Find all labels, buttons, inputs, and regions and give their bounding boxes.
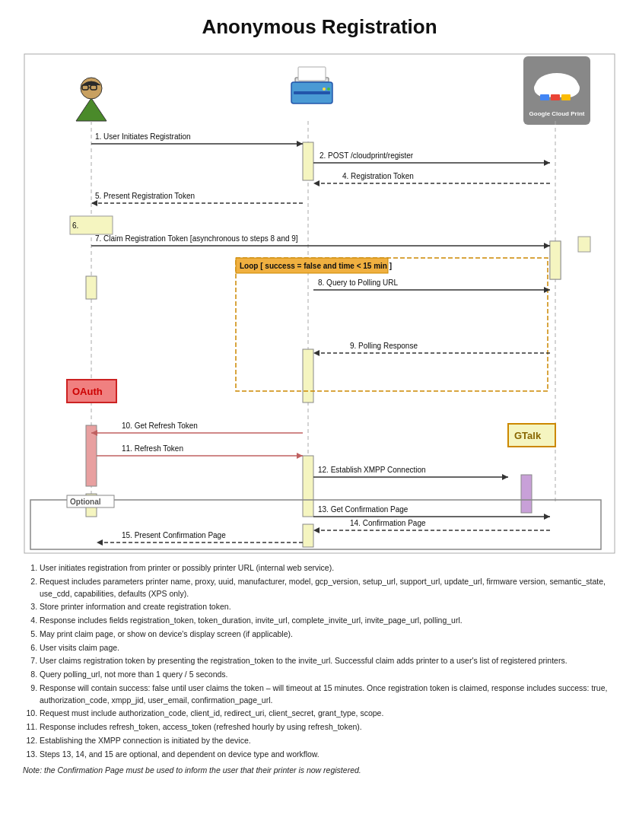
label-4: 4. Registration Token <box>342 172 414 180</box>
activation-user-1 <box>86 276 97 299</box>
svg-marker-26 <box>544 243 550 249</box>
page-title: Anonymous Registration <box>23 15 616 39</box>
footnote-5: May print claim page, or show on device'… <box>40 628 616 641</box>
label-15: 15. Present Confirmation Page <box>122 531 226 539</box>
footnote-2: Request includes parameters printer name… <box>40 576 616 600</box>
activation-printer-loop <box>303 349 313 402</box>
svg-marker-25 <box>91 200 97 206</box>
sequence-diagram: Google Cloud Print 1. User Initiates Reg… <box>23 52 616 555</box>
activation-printer-1 <box>303 142 313 180</box>
svg-text:Google Cloud Print: Google Cloud Print <box>529 110 585 117</box>
svg-rect-23 <box>578 237 590 252</box>
svg-point-9 <box>323 88 326 91</box>
svg-marker-34 <box>97 539 103 546</box>
page: Anonymous Registration <box>0 0 639 792</box>
svg-marker-31 <box>502 474 508 480</box>
svg-marker-27 <box>544 287 550 293</box>
footnote-3: Store printer information and create reg… <box>40 601 616 613</box>
footnote-13: Steps 13, 14, and 15 are optional, and d… <box>40 749 616 761</box>
label-1: 1. User Initiates Registration <box>95 132 191 141</box>
svg-point-10 <box>327 88 330 91</box>
footnote-12: Establishing the XMPP connection is init… <box>40 735 616 747</box>
svg-marker-0 <box>76 98 106 121</box>
svg-rect-7 <box>298 67 326 81</box>
label-9: 9. Polling Response <box>350 342 418 350</box>
optional-box <box>30 500 601 549</box>
svg-marker-21 <box>544 160 550 166</box>
optional-label: Optional <box>70 498 101 506</box>
footnote-8: Query polling_url, not more than 1 query… <box>40 669 616 681</box>
svg-marker-20 <box>297 141 303 147</box>
svg-marker-30 <box>297 453 303 459</box>
label-10: 10. Get Refresh Token <box>122 422 198 430</box>
actor-gcp: Google Cloud Print <box>523 56 590 125</box>
svg-marker-33 <box>313 527 320 533</box>
label-11: 11. Refresh Token <box>122 444 183 453</box>
footnote-11: Response includes refresh_token, access_… <box>40 721 616 733</box>
label-12: 12. Establish XMPP Connection <box>318 466 426 474</box>
svg-point-1 <box>81 78 102 99</box>
svg-rect-17 <box>561 94 571 100</box>
label-2: 2. POST /cloudprint/register <box>320 151 414 160</box>
loop-label: Loop [ success = false and time < 15 min… <box>240 262 392 270</box>
footnotes-section: User initiates registration from printer… <box>23 562 616 777</box>
footnote-6: User visits claim page. <box>40 642 616 654</box>
actor-user <box>76 78 106 121</box>
activation-gtalk <box>521 475 532 513</box>
footer-note: Note: the Confirmation Page must be used… <box>23 765 616 777</box>
svg-marker-32 <box>544 514 550 520</box>
svg-marker-28 <box>313 350 320 356</box>
footnote-7: User claims registration token by presen… <box>40 655 616 667</box>
svg-rect-15 <box>540 94 549 100</box>
footnote-4: Response includes fields registration_to… <box>40 615 616 627</box>
footnote-9: Response will contain success: false unt… <box>40 682 616 707</box>
label-7: 7. Claim Registration Token [asynchronou… <box>95 234 298 243</box>
label-14: 14. Confirmation Page <box>350 519 426 527</box>
label-8: 8. Query to Polling URL <box>318 278 398 287</box>
label-5: 5. Present Registration Token <box>95 192 195 200</box>
svg-rect-16 <box>551 94 560 100</box>
svg-rect-8 <box>294 91 330 94</box>
svg-marker-24 <box>313 180 320 186</box>
label-13: 13. Get Confirmation Page <box>318 505 409 514</box>
activation-printer-confirm <box>303 524 313 547</box>
gtalk-label: GTalk <box>514 430 542 441</box>
footnote-1: User initiates registration from printer… <box>40 562 616 574</box>
actor-printer <box>291 67 332 103</box>
oauth-label: OAuth <box>72 386 103 397</box>
footnote-10: Request must include authorization_code,… <box>40 708 616 720</box>
label-6: 6. <box>72 221 78 230</box>
svg-rect-22 <box>550 241 561 279</box>
activation-printer-xmpp <box>303 456 313 517</box>
